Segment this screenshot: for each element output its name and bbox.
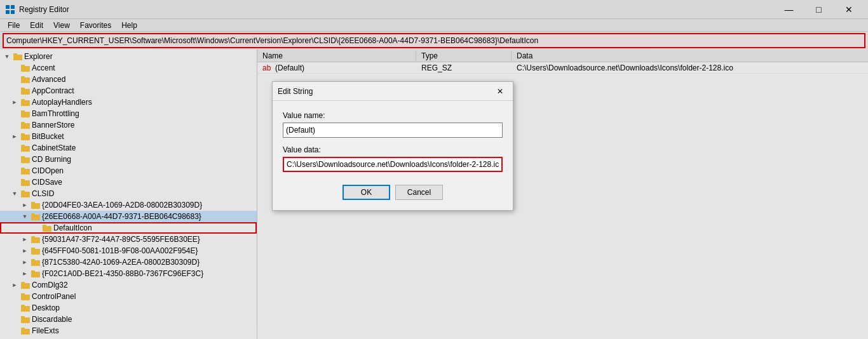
modal-overlay: Edit String ✕ Value name: Value data: OK…: [0, 0, 868, 339]
value-data-input[interactable]: [283, 157, 503, 172]
dialog-title-bar: Edit String ✕: [273, 82, 513, 101]
dialog-buttons: OK Cancel: [283, 185, 503, 200]
edit-string-dialog: Edit String ✕ Value name: Value data: OK…: [272, 81, 513, 211]
value-name-input[interactable]: [283, 123, 503, 138]
value-name-label: Value name:: [283, 111, 503, 120]
cancel-button[interactable]: Cancel: [395, 185, 443, 200]
dialog-close-button[interactable]: ✕: [492, 84, 508, 98]
dialog-body: Value name: Value data: OK Cancel: [273, 101, 513, 210]
value-data-label: Value data:: [283, 145, 503, 154]
ok-button[interactable]: OK: [342, 185, 390, 200]
dialog-title: Edit String: [278, 87, 313, 96]
